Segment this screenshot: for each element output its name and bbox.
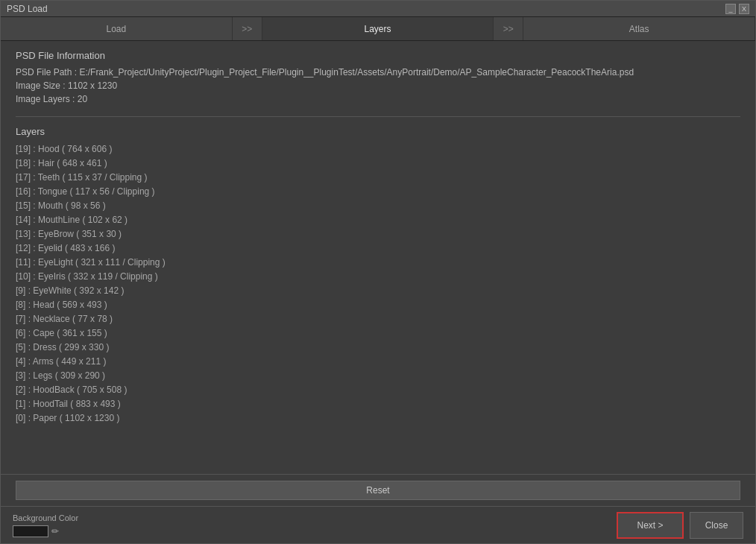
list-item: [14] : MouthLine ( 102 x 62 )	[16, 214, 740, 226]
bottom-buttons: Next > Close	[617, 512, 743, 539]
main-content: PSD File Information PSD File Path : E:/…	[1, 41, 755, 506]
image-size-row: Image Size : 1102 x 1230	[16, 80, 740, 91]
close-button[interactable]: Close	[690, 512, 743, 539]
file-path-row: PSD File Path : E:/Frank_Project/UnityPr…	[16, 67, 740, 78]
list-item: [3] : Legs ( 309 x 290 )	[16, 370, 740, 382]
list-item: [10] : EyeIris ( 332 x 119 / Clipping )	[16, 271, 740, 282]
reset-button[interactable]: Reset	[16, 481, 740, 500]
tab-layers[interactable]: Layers	[262, 17, 494, 40]
window-title: PSD Load	[7, 4, 48, 14]
tab-bar: Load >> Layers >> Atlas	[1, 17, 755, 41]
list-item: [6] : Cape ( 361 x 155 )	[16, 327, 740, 339]
list-item: [7] : Necklace ( 77 x 78 )	[16, 313, 740, 325]
pencil-icon[interactable]: ✏	[51, 526, 59, 537]
list-item: [5] : Dress ( 299 x 330 )	[16, 341, 740, 353]
scroll-area[interactable]: PSD File Information PSD File Path : E:/…	[1, 41, 755, 474]
bg-color-controls: ✏	[13, 525, 78, 537]
main-window: PSD Load _ X Load >> Layers >> Atlas PSD…	[0, 0, 756, 544]
list-item: [12] : Eyelid ( 483 x 166 )	[16, 242, 740, 254]
image-layers-row: Image Layers : 20	[16, 94, 740, 104]
title-bar: PSD Load _ X	[1, 1, 755, 17]
list-item: [18] : Hair ( 648 x 461 )	[16, 157, 740, 169]
file-path-label: PSD File Path :	[16, 67, 77, 78]
list-item: [9] : EyeWhite ( 392 x 142 )	[16, 285, 740, 297]
list-item: [17] : Teeth ( 115 x 37 / Clipping )	[16, 171, 740, 183]
layers-list: [19] : Hood ( 764 x 606 )[18] : Hair ( 6…	[16, 143, 740, 424]
color-swatch[interactable]	[13, 525, 48, 537]
window-controls: _ X	[725, 4, 749, 14]
minimize-button[interactable]: _	[725, 4, 736, 14]
layers-section: Layers [19] : Hood ( 764 x 606 )[18] : H…	[16, 126, 740, 424]
psd-info-title: PSD File Information	[16, 50, 740, 61]
file-path-value: E:/Frank_Project/UnityProject/Plugin_Pro…	[79, 67, 634, 78]
tab-arrow-1: >>	[233, 17, 262, 40]
tab-load[interactable]: Load	[1, 17, 233, 40]
psd-info-section: PSD File Information PSD File Path : E:/…	[16, 50, 740, 104]
background-color-section: Background Color ✏	[13, 513, 78, 537]
tab-atlas[interactable]: Atlas	[523, 17, 755, 40]
list-item: [8] : Head ( 569 x 493 )	[16, 299, 740, 311]
list-item: [0] : Paper ( 1102 x 1230 )	[16, 412, 740, 424]
list-item: [16] : Tongue ( 117 x 56 / Clipping )	[16, 186, 740, 197]
layers-title: Layers	[16, 126, 740, 137]
list-item: [2] : HoodBack ( 705 x 508 )	[16, 384, 740, 396]
tab-arrow-2: >>	[494, 17, 523, 40]
list-item: [11] : EyeLight ( 321 x 111 / Clipping )	[16, 256, 740, 268]
divider	[16, 116, 740, 117]
next-button[interactable]: Next >	[617, 512, 684, 539]
list-item: [1] : HoodTail ( 883 x 493 )	[16, 398, 740, 410]
list-item: [15] : Mouth ( 98 x 56 )	[16, 200, 740, 212]
list-item: [4] : Arms ( 449 x 211 )	[16, 355, 740, 367]
list-item: [13] : EyeBrow ( 351 x 30 )	[16, 228, 740, 240]
reset-bar: Reset	[1, 474, 755, 506]
bottom-bar: Background Color ✏ Next > Close	[1, 506, 755, 543]
list-item: [19] : Hood ( 764 x 606 )	[16, 143, 740, 155]
close-window-button[interactable]: X	[739, 4, 749, 14]
bg-color-label: Background Color	[13, 513, 78, 522]
